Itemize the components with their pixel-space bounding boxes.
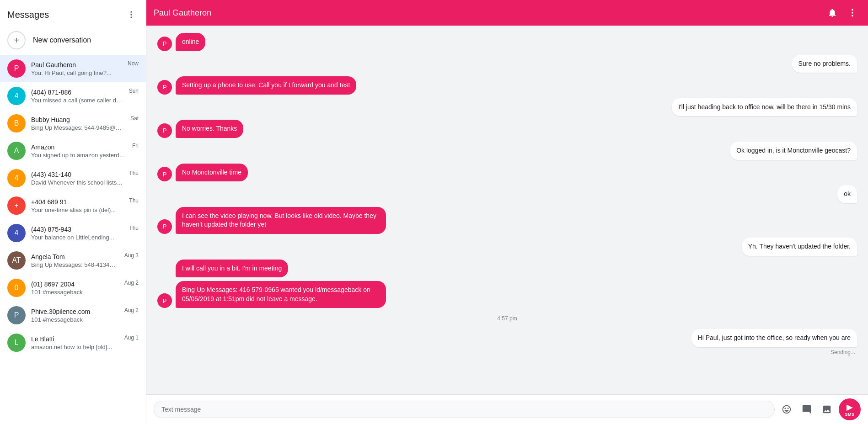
chat-input-area: ▶ SMS (146, 394, 868, 424)
message-bubble: Ok logged in, is it Monctonville geocast… (730, 142, 857, 160)
conversation-item[interactable]: 0(01) 8697 2004101 #messagebackAug 2 (0, 274, 146, 302)
chat-contact-name: Paul Gautheron (154, 8, 211, 18)
conversation-name: +404 689 91 (31, 198, 123, 206)
conversation-item[interactable]: PPhive.30pilence.com101 #messagebackAug … (0, 302, 146, 329)
conversation-preview: Your balance on LittleLending... (31, 234, 123, 241)
conversation-name: (404) 871-886 (31, 89, 123, 96)
send-button[interactable]: ▶ SMS (839, 398, 861, 420)
emoji-button[interactable] (778, 401, 795, 418)
message-row: Ponline (157, 33, 857, 51)
message-bubble: No Monctonville time (176, 164, 248, 182)
conversation-name: Amazon (31, 143, 127, 151)
sidebar-header: Messages (0, 0, 146, 26)
new-conversation-button[interactable]: + New conversation (0, 26, 146, 55)
conversation-time: Fri (132, 142, 139, 149)
send-icon: ▶ (847, 402, 853, 412)
message-bubble: online (176, 33, 205, 51)
chat-more-button[interactable] (844, 5, 861, 21)
conversation-name: Le Blatti (31, 335, 119, 343)
conversation-item[interactable]: LLe Blattiamazon.net how to help [old]..… (0, 329, 146, 356)
messages-container: PonlineSure no problems.PSetting up a ph… (146, 26, 868, 394)
avatar: + (7, 196, 26, 215)
conversation-preview: 101 #messageback (31, 316, 119, 323)
avatar: P (7, 306, 26, 324)
message-avatar: P (157, 80, 172, 95)
conversation-name: Angela Tom (31, 253, 119, 260)
message-bubble: Bing Up Messages: 416 579-0965 wanted yo… (176, 281, 386, 308)
message-row: PNo Monctonville time (157, 164, 857, 182)
conversation-preview: You missed a call (some caller dis... (31, 97, 123, 104)
conversation-name: (443) 431-140 (31, 171, 123, 178)
message-row: PBing Up Messages: 416 579-0965 wanted y… (157, 281, 857, 308)
svg-point-1 (130, 14, 132, 15)
conversation-name: (443) 875-943 (31, 226, 123, 233)
message-input[interactable] (154, 401, 775, 418)
conversation-preview: Bing Up Messages: 544-9485@mes... (31, 124, 125, 131)
conversation-item[interactable]: 4(404) 871-886You missed a call (some ca… (0, 82, 146, 110)
timestamp: 4:57 pm (157, 315, 857, 322)
message-row: Hi Paul, just got into the office, so re… (157, 329, 857, 347)
conversation-preview: You signed up to amazon yesterda... (31, 152, 127, 159)
svg-point-2 (130, 16, 132, 18)
message-row: I will call you in a bit. I'm in meeting (157, 260, 857, 278)
message-bubble: I'll just heading back to office now, wi… (672, 98, 857, 117)
svg-point-0 (130, 11, 132, 13)
message-bubble: Yh. They haven't updated the folder. (742, 238, 857, 256)
avatar: 0 (7, 279, 26, 297)
conversation-name: (01) 8697 2004 (31, 281, 119, 288)
svg-point-4 (852, 12, 853, 14)
avatar: 4 (7, 87, 26, 105)
conversation-item[interactable]: 4(443) 875-943Your balance on LittleLend… (0, 219, 146, 247)
conversation-item[interactable]: ATAngela TomBing Up Messages: 548-4134@m… (0, 247, 146, 274)
avatar: A (7, 142, 26, 160)
conversation-preview: Bing Up Messages: 548-4134@mes... (31, 261, 119, 268)
conversation-name: Paul Gautheron (31, 61, 122, 69)
sending-indicator: Sending... (157, 349, 857, 355)
avatar: 4 (7, 224, 26, 242)
message-bubble: I will call you in a bit. I'm in meeting (176, 260, 288, 278)
svg-point-5 (852, 15, 853, 17)
image-button[interactable] (819, 401, 835, 418)
message-avatar: P (157, 123, 172, 138)
notification-button[interactable] (824, 5, 841, 21)
message-row: Ok logged in, is it Monctonville geocast… (157, 142, 857, 160)
avatar: L (7, 334, 26, 352)
conversation-item[interactable]: 4(443) 431-140David Whenever this school… (0, 164, 146, 192)
conversation-time: Aug 3 (124, 251, 139, 259)
message-bubble: ok (837, 185, 857, 203)
sidebar-more-button[interactable] (124, 7, 139, 22)
conversation-preview: David Whenever this school lists fai... (31, 179, 123, 186)
conversation-list: PPaul GautheronYou: Hi Paul, call going … (0, 55, 146, 424)
chat-area: Paul Gautheron PonlineSure no problems.P… (146, 0, 868, 424)
message-bubble: Sure no problems. (792, 55, 857, 73)
message-row: Sure no problems. (157, 55, 857, 73)
conversation-item[interactable]: AAmazonYou signed up to amazon yesterda.… (0, 137, 146, 164)
avatar: 4 (7, 169, 26, 187)
conversation-time: Aug 2 (124, 279, 139, 286)
message-avatar: P (157, 167, 172, 181)
message-row: Yh. They haven't updated the folder. (157, 238, 857, 256)
message-bubble: Hi Paul, just got into the office, so re… (691, 329, 857, 347)
conversation-time: Now (128, 59, 139, 67)
message-avatar: P (157, 37, 172, 51)
message-row: ok (157, 185, 857, 203)
sticker-button[interactable] (798, 401, 815, 418)
message-bubble: I can see the video playing now. But loo… (176, 207, 386, 234)
message-avatar: P (157, 219, 172, 234)
new-conversation-label: New conversation (33, 36, 91, 44)
conversation-preview: 101 #messageback (31, 289, 119, 296)
message-bubble: No worries. Thanks (176, 120, 243, 138)
message-avatar: P (157, 293, 172, 308)
message-row: PI can see the video playing now. But lo… (157, 207, 857, 234)
conversation-time: Sat (130, 114, 139, 122)
sidebar: Messages + New conversation PPaul Gauthe… (0, 0, 146, 424)
conversation-item[interactable]: ++404 689 91Your one-time alias pin is (… (0, 192, 146, 219)
message-row: I'll just heading back to office now, wi… (157, 98, 857, 117)
send-label: SMS (845, 412, 854, 417)
conversation-time: Sun (129, 87, 139, 94)
conversation-item[interactable]: BBubby HuangBing Up Messages: 544-9485@m… (0, 110, 146, 137)
avatar: P (7, 59, 26, 78)
conversation-item[interactable]: PPaul GautheronYou: Hi Paul, call going … (0, 55, 146, 82)
message-row: PNo worries. Thanks (157, 120, 857, 138)
conversation-preview: You: Hi Paul, call going fine?... (31, 69, 122, 76)
